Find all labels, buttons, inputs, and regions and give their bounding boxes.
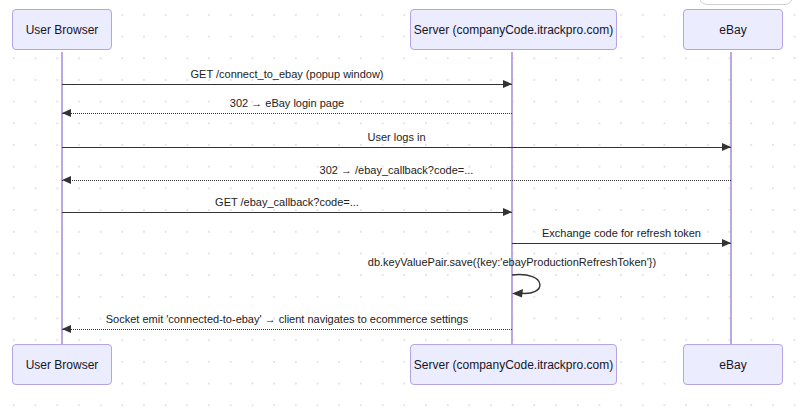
- arrowhead-right-icon: [722, 143, 731, 151]
- message-line: [62, 180, 731, 181]
- arrowhead-left-icon: [62, 176, 71, 184]
- self-loop-arrow: [510, 271, 556, 299]
- actor-user-browser-bottom: User Browser: [12, 344, 112, 385]
- sequence-diagram: User Browser Server (companyCode.itrackp…: [0, 0, 800, 412]
- arrowhead-right-icon: [503, 80, 512, 88]
- message-label: Exchange code for refresh token: [512, 227, 731, 240]
- message-line: [62, 113, 512, 114]
- message-line: [512, 243, 731, 244]
- actor-server-top: Server (companyCode.itrackpro.com): [410, 9, 617, 50]
- message-line: [62, 329, 512, 330]
- actor-label: eBay: [719, 358, 746, 372]
- message-line: [62, 84, 512, 85]
- actor-label: Server (companyCode.itrackpro.com): [414, 358, 613, 372]
- lifeline-ebay: [730, 52, 732, 344]
- arrowhead-left-icon: [62, 109, 71, 117]
- actor-ebay-top: eBay: [683, 9, 783, 50]
- actor-label: eBay: [719, 23, 746, 37]
- message-label: GET /connect_to_ebay (popup window): [62, 68, 512, 81]
- cropped-box-artifact: [699, 0, 793, 5]
- message-line: [62, 147, 731, 148]
- arrowhead-right-icon: [722, 239, 731, 247]
- message-label: 302 → eBay login page: [62, 97, 512, 110]
- message-label: Socket emit 'connected-to-ebay' → client…: [62, 313, 512, 326]
- message-label: 302 → /ebay_callback?code=...: [62, 164, 731, 177]
- message-line: [62, 212, 512, 213]
- actor-ebay-bottom: eBay: [683, 344, 783, 385]
- arrowhead-left-icon: [62, 325, 71, 333]
- actor-label: Server (companyCode.itrackpro.com): [414, 23, 613, 37]
- actor-label: User Browser: [26, 23, 99, 37]
- message-label: GET /ebay_callback?code=...: [62, 196, 512, 209]
- actor-user-browser-top: User Browser: [12, 9, 112, 50]
- message-label: db.keyValuePair.save({key:'ebayProductio…: [262, 256, 762, 269]
- message-label: User logs in: [62, 131, 731, 144]
- actor-label: User Browser: [26, 358, 99, 372]
- actor-server-bottom: Server (companyCode.itrackpro.com): [410, 344, 617, 385]
- arrowhead-right-icon: [503, 208, 512, 216]
